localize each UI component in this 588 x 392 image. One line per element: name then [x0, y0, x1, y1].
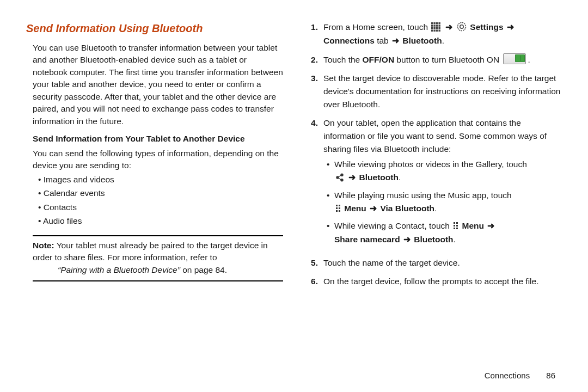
text: Touch the [323, 55, 363, 64]
svg-rect-5 [434, 25, 436, 27]
step-number: 3. [305, 72, 318, 111]
list-item: While playing music using the Music app,… [327, 189, 562, 216]
bluetooth-label: Bluetooth [357, 173, 399, 182]
svg-rect-32 [456, 225, 458, 226]
left-column: Send Information Using Bluetooth You can… [26, 21, 283, 293]
bluetooth-label: Bluetooth [400, 36, 442, 45]
share-methods-list: While viewing photos or videos in the Ga… [327, 158, 562, 247]
arrow-icon: ➜ [402, 233, 412, 247]
sub-heading: Send Information from Your Tablet to Ano… [33, 133, 283, 145]
text: While viewing photos or videos in the Ga… [334, 160, 527, 169]
svg-rect-26 [339, 207, 340, 209]
svg-rect-29 [454, 222, 455, 224]
note-continuation: “Pairing with a Bluetooth Device” on pag… [58, 264, 283, 276]
two-column-layout: Send Information Using Bluetooth You can… [26, 21, 562, 293]
menu-label: Menu [344, 204, 369, 213]
svg-rect-8 [431, 27, 433, 29]
menu-label: Menu [462, 221, 487, 230]
step-text: On the target device, follow the prompts… [323, 275, 562, 288]
footer-page-number: 86 [546, 371, 555, 380]
svg-rect-11 [439, 27, 440, 29]
step-text: Touch the OFF/ON button to turn Bluetoot… [323, 53, 562, 66]
step-1: 1. From a Home screen, touch ➜ [305, 21, 562, 48]
menu-dots-icon [453, 222, 458, 230]
list-item: Audio files [38, 215, 283, 227]
svg-rect-25 [336, 207, 338, 209]
arrow-icon: ➜ [369, 202, 378, 216]
settings-gear-icon [457, 22, 467, 32]
menu-dots-icon [335, 204, 341, 213]
svg-rect-30 [456, 222, 458, 224]
bluetooth-label: Bluetooth [412, 235, 454, 244]
svg-line-22 [339, 178, 341, 180]
text: From a Home screen, touch [323, 22, 430, 32]
list-item: While viewing photos or videos in the Ga… [327, 158, 562, 185]
note-callout: Note: Your tablet must already be paired… [33, 235, 283, 281]
list-item: While viewing a Contact, touch Menu ➜ [327, 219, 562, 247]
step-5: 5. Touch the name of the target device. [305, 256, 562, 270]
svg-rect-33 [454, 228, 455, 229]
step-number: 5. [305, 256, 318, 270]
arrow-icon: ➜ [347, 171, 357, 185]
step-number: 2. [305, 53, 318, 66]
step-6: 6. On the target device, follow the prom… [305, 275, 562, 288]
svg-rect-27 [336, 210, 338, 212]
step-2: 2. Touch the OFF/ON button to turn Bluet… [305, 53, 562, 66]
list-item: Calendar events [38, 187, 283, 199]
step-text: Touch the name of the target device. [323, 256, 562, 270]
arrow-icon: ➜ [506, 21, 515, 34]
note-label: Note: [33, 241, 54, 250]
svg-rect-14 [436, 30, 438, 32]
svg-rect-34 [456, 228, 458, 229]
info-type-list: Images and videos Calendar events Contac… [38, 174, 283, 228]
svg-rect-0 [431, 22, 433, 24]
text: On your tablet, open the application tha… [323, 118, 547, 154]
step-text: On your tablet, open the application tha… [323, 117, 562, 251]
section-heading: Send Information Using Bluetooth [26, 21, 283, 36]
arrow-icon: ➜ [444, 21, 454, 34]
text: tab [375, 36, 391, 45]
svg-point-17 [460, 25, 463, 28]
step-list: 1. From a Home screen, touch ➜ [305, 21, 562, 288]
share-namecard-label: Share namecard [334, 235, 402, 244]
svg-rect-9 [434, 27, 436, 29]
arrow-icon: ➜ [391, 34, 400, 48]
svg-rect-13 [434, 30, 436, 32]
svg-rect-23 [336, 205, 338, 206]
arrow-icon: ➜ [486, 219, 495, 233]
step-4: 4. On your tablet, open the application … [305, 117, 562, 251]
off-on-label: OFF/ON [363, 55, 395, 64]
svg-rect-15 [439, 30, 440, 32]
svg-rect-3 [439, 22, 440, 24]
svg-point-16 [458, 23, 466, 31]
footer-section-name: Connections [485, 371, 530, 380]
cross-reference: “Pairing with a Bluetooth Device” [58, 265, 180, 274]
manual-page: Send Information Using Bluetooth You can… [0, 0, 588, 392]
svg-rect-7 [439, 25, 440, 27]
step-number: 1. [305, 21, 318, 48]
note-tail: on page 84. [180, 265, 227, 274]
text: While viewing a Contact, touch [334, 221, 452, 230]
right-column: 1. From a Home screen, touch ➜ [305, 21, 562, 293]
svg-rect-4 [431, 25, 433, 27]
intro-paragraph: You can use Bluetooth to transfer inform… [33, 42, 283, 127]
apps-grid-icon [431, 22, 440, 32]
svg-rect-6 [436, 25, 438, 27]
svg-rect-2 [436, 22, 438, 24]
svg-rect-10 [436, 27, 438, 29]
list-item: Images and videos [38, 174, 283, 186]
svg-rect-31 [454, 225, 455, 226]
step-3: 3. Set the target device to discoverable… [305, 72, 562, 111]
text: While playing music using the Music app,… [334, 191, 512, 200]
share-icon [335, 173, 344, 182]
via-bluetooth-label: Via Bluetooth [378, 204, 434, 213]
toggle-on-icon [503, 53, 526, 64]
svg-rect-28 [339, 210, 340, 212]
svg-line-21 [339, 175, 341, 177]
settings-label: Settings [470, 22, 505, 32]
note-text: Your tablet must already be paired to th… [33, 241, 268, 262]
svg-rect-1 [434, 22, 436, 24]
svg-rect-12 [431, 30, 433, 32]
list-item: Contacts [38, 201, 283, 213]
step-text: Set the target device to discoverable mo… [323, 72, 562, 111]
